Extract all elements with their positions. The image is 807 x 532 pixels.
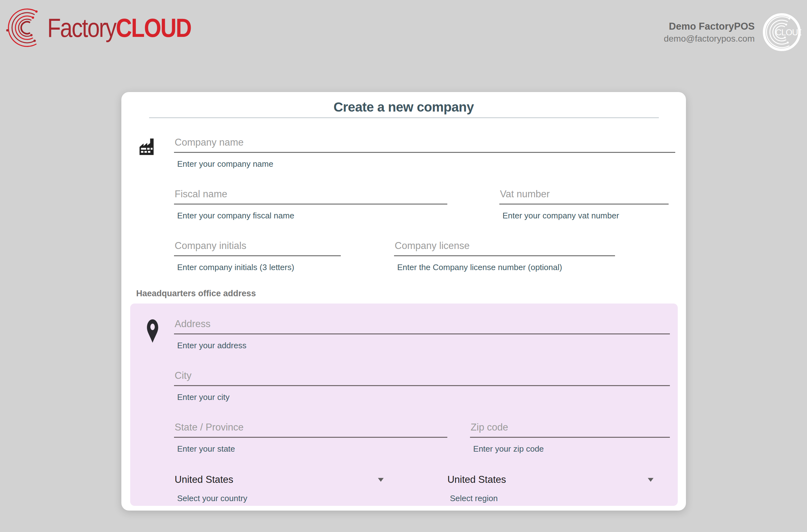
vat-number-helper: Enter your company vat number [499,211,669,221]
state-field: Enter your state [174,422,447,454]
company-name-input[interactable] [174,137,675,153]
company-initials-input[interactable] [174,240,341,256]
company-icon-column [138,137,174,156]
page-title: Create a new company [121,92,686,115]
company-name-row: Enter your company name [138,137,675,169]
badge-label: CLOUD [775,28,801,37]
factory-icon [138,137,156,156]
user-info: Demo FactoryPOS demo@factorypos.com [664,21,755,44]
vat-number-field: Enter your company vat number [499,188,669,221]
address-icon-column [144,318,174,344]
chevron-down-icon [647,477,654,482]
location-pin-icon [144,318,161,344]
region-select-helper: Select region [447,494,656,503]
zip-code-helper: Enter your zip code [470,444,670,454]
user-email: demo@factorypos.com [664,34,755,44]
city-row: Enter your city [174,370,670,402]
vat-number-input[interactable] [499,188,669,205]
address-input[interactable] [174,318,670,335]
company-license-helper: Enter the Company license number (option… [394,263,615,272]
company-name-field: Enter your company name [174,137,675,169]
app-header: FactoryCLOUD Demo FactoryPOS demo@factor… [0,0,807,92]
company-initials-helper: Enter company initials (3 letters) [174,263,341,272]
address-panel: Enter your address Enter your city Enter… [130,304,678,506]
company-name-helper: Enter your company name [174,159,675,169]
arcs-icon [4,6,46,50]
address-field: Enter your address [174,318,670,350]
logo-cloud-text: CLOUD [116,13,191,42]
company-form: Enter your company name Enter your compa… [121,118,686,272]
create-company-card: Create a new company Enter your company … [121,92,686,511]
headquarters-section-label: Haeadquarters office address [136,289,686,299]
country-select-column: United States Select your country [174,473,386,503]
user-name: Demo FactoryPOS [664,21,755,32]
company-initials-field: Enter company initials (3 letters) [174,240,341,272]
logo-factory-text: Factory [47,13,116,42]
region-select[interactable]: United States [447,473,656,487]
state-input[interactable] [174,422,447,438]
chevron-down-icon [377,477,384,482]
region-select-column: United States Select region [447,473,656,503]
cloud-badge-icon: CLOUD [762,13,801,52]
initials-license-row: Enter company initials (3 letters) Enter… [174,240,675,272]
city-helper: Enter your city [174,392,670,402]
fiscal-name-field: Enter your company fiscal name [174,188,447,221]
city-field: Enter your city [174,370,670,402]
country-select-value: United States [175,474,233,486]
address-helper: Enter your address [174,341,670,350]
region-select-value: United States [447,474,506,486]
zip-code-input[interactable] [470,422,670,438]
user-area: Demo FactoryPOS demo@factorypos.com CLOU… [664,13,801,52]
company-license-field: Enter the Company license number (option… [394,240,615,272]
country-region-row: United States Select your country United… [174,473,670,503]
zip-code-field: Enter your zip code [470,422,670,454]
address-row: Enter your address [144,318,670,350]
state-helper: Enter your state [174,444,447,454]
city-input[interactable] [174,370,670,386]
factorycloud-logo: FactoryCLOUD [4,6,219,50]
logo-text: FactoryCLOUD [47,13,191,43]
fiscal-vat-row: Enter your company fiscal name Enter you… [174,188,675,221]
country-select-helper: Select your country [174,494,386,503]
fiscal-name-input[interactable] [174,188,447,205]
company-license-input[interactable] [394,240,615,256]
country-select[interactable]: United States [174,473,386,487]
fiscal-name-helper: Enter your company fiscal name [174,211,447,221]
state-zip-row: Enter your state Enter your zip code [174,422,670,454]
